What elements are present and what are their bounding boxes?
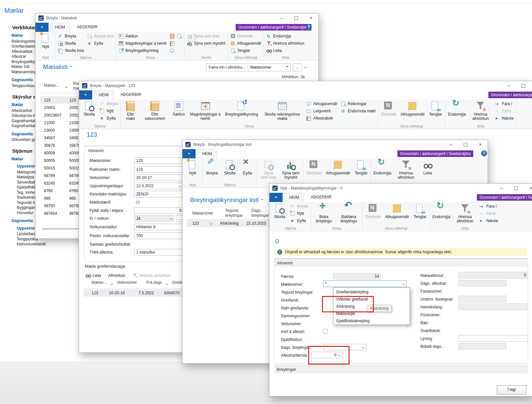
ribbon-reikningar-button[interactable]: Reikningar xyxy=(340,101,376,107)
card-icon[interactable] xyxy=(170,41,175,46)
maelanumer-field[interactable]: 123 xyxy=(134,157,183,164)
column-header[interactable]: Mælanúmer xyxy=(192,211,213,215)
er-i-notkun-field[interactable]: Já xyxy=(134,215,174,222)
sidebar-item[interactable]: Þjónustuveitandi xyxy=(17,242,80,247)
filter-chevron-icon[interactable] xyxy=(165,282,168,285)
ribbon-nytt-button[interactable]: Nýtt xyxy=(289,210,309,217)
column-header[interactable]: breytingar xyxy=(225,213,243,218)
close-button[interactable]: ✕ xyxy=(531,81,532,90)
ribbon-athugasemdir-button[interactable]: Athugasemdir xyxy=(306,101,338,107)
maximize-button[interactable] xyxy=(509,184,523,193)
uppsetningardagur-field[interactable]: 12.5.2022 xyxy=(134,183,183,189)
chevron-down-icon[interactable] xyxy=(402,282,405,285)
titlebar[interactable]: Breyta - Breytingatilkynningar listi ✕ xyxy=(182,140,488,149)
filter-chevron-icon[interactable] xyxy=(110,282,113,285)
help-icon[interactable]: ? xyxy=(306,24,312,30)
ribbon-athugasemdir-button[interactable]: Athugasemdir xyxy=(399,100,426,117)
ribbon-skoda-button[interactable]: Skoða xyxy=(57,40,85,47)
minimize-button[interactable] xyxy=(443,140,458,149)
ribbon-tenglar-button[interactable]: Tenglar xyxy=(428,100,443,117)
fasttab-title[interactable]: Almennt xyxy=(277,260,293,265)
column-header[interactable]: Mælan... xyxy=(44,83,59,88)
part-row[interactable]: 123 20-20-19 7.5.2022 6304070 xyxy=(84,289,189,297)
ribbon-skoda-button[interactable]: Skoða xyxy=(222,159,238,176)
ribbon-boka-breytingu-button[interactable]: Bóka breytingu xyxy=(313,203,335,224)
ribbon-aflestrabok-button[interactable]: Aflestrabók xyxy=(306,115,338,122)
ribbon-hreinsa-afmorkun-button[interactable]: Hreinsa afmörkun xyxy=(394,159,418,180)
maelisstaerd-value[interactable]: 20 xyxy=(136,200,140,205)
ribbon-leita-button[interactable]: Leita xyxy=(420,159,436,176)
list-page-title[interactable]: Mælalisti xyxy=(43,63,72,71)
ribbon-skoda-reikningslinur-button[interactable]: Skoða reikningslínur mæla xyxy=(261,100,304,122)
ribbon-bakfaera-breytingu-button[interactable]: Bakfæra breytingu xyxy=(337,203,361,224)
column-header[interactable]: breytingar xyxy=(251,213,269,218)
filter-box[interactable]: Færa inn í afmörku... Mælanúmer xyxy=(206,63,291,71)
filter-column-select[interactable]: Mælanúmer xyxy=(248,65,273,70)
dropdown-arrow-icon[interactable] xyxy=(286,66,288,69)
ok-button[interactable]: Í lagi xyxy=(497,385,526,394)
ribbon-nytt-button[interactable]: Nýtt xyxy=(99,108,119,114)
ribbon-tenglar-button[interactable]: Tenglar xyxy=(412,203,428,220)
maximize-button[interactable] xyxy=(289,13,304,23)
column-header[interactable]: Veitunúmer xyxy=(117,280,137,285)
close-button[interactable]: ✕ xyxy=(523,184,532,193)
ribbon-hreinsa-afmorkun-button[interactable]: Hreinsa afmörkun xyxy=(453,203,477,224)
ribbon-naesta-button[interactable]: Næsta xyxy=(494,115,514,122)
ribbon-eyda-button[interactable]: Eyða xyxy=(289,217,309,224)
kennitakn-field[interactable]: ZEN20 xyxy=(134,191,183,197)
ribbon-breytingatilkynning-button[interactable]: Breytingatilkynning xyxy=(118,47,167,54)
minimize-button[interactable] xyxy=(274,13,289,23)
ribbon-athugasemdir-button[interactable]: Athugasemdir xyxy=(230,40,262,47)
ribbon-athugasemdir-button[interactable]: Athugasemdir xyxy=(325,159,351,176)
ribbon-eftir-maeli-button[interactable]: Eftir mæli xyxy=(122,100,139,122)
ribbon-magnbreytingar-button[interactable]: Magnbreytingar á hemli xyxy=(118,40,167,47)
ribbon-fara-i-button[interactable]: Fara í xyxy=(494,101,514,107)
maximize-button[interactable] xyxy=(458,140,473,149)
sort-asc-icon[interactable] xyxy=(65,85,68,88)
ribbon-leita-button[interactable]: Leita xyxy=(266,47,305,54)
chevron-down-icon[interactable] xyxy=(170,217,173,220)
apply-filter-button[interactable]: → xyxy=(293,63,302,71)
close-button[interactable]: ✕ xyxy=(473,140,488,149)
ribbon-tenglar-button[interactable]: Tenglar xyxy=(230,47,262,54)
ribbon-syna-sem-myndrit-button[interactable]: Sýna sem myndrit xyxy=(280,159,302,180)
ribbon-fara-i-button[interactable]: Fara í xyxy=(479,203,499,210)
ribbon-aaetlun-button[interactable]: Áætlun xyxy=(118,33,167,39)
expand-header-icon[interactable] xyxy=(304,66,307,68)
comment-icon[interactable] xyxy=(170,48,175,53)
tab-heim[interactable]: HEIM xyxy=(50,23,70,32)
maelanumer-combo[interactable]: * xyxy=(323,281,407,287)
column-header[interactable]: Dags. xyxy=(251,208,262,213)
minimize-button[interactable] xyxy=(494,184,509,193)
thorf-a-aflestri-checkbox[interactable] xyxy=(323,329,328,334)
filter-input[interactable]: Færa inn í afmörku... xyxy=(206,65,247,70)
column-header[interactable]: Mælan... xyxy=(92,280,107,285)
radnumer-field[interactable]: 123 xyxy=(134,166,183,173)
ribbon-athugasemdir-button[interactable]: Athugasemdir xyxy=(384,203,410,220)
ribbon-endurnyja-button[interactable]: Endurnýja xyxy=(372,159,392,176)
tab-heim[interactable]: HEIM xyxy=(94,90,114,100)
app-menu-button[interactable] xyxy=(79,90,92,100)
ribbon-aaetlun-button[interactable]: Áætlun xyxy=(171,100,187,117)
titlebar[interactable]: Nýtt - Mælabreytingatilkynningar - 0 ✕ xyxy=(269,184,532,193)
tab-heim[interactable]: HEIM xyxy=(284,193,304,202)
lysing-field[interactable] xyxy=(458,335,528,342)
tab-adgerdir[interactable]: AÐGERÐIR xyxy=(306,193,336,202)
ribbon-eftir-veitunumeri-button[interactable]: Eftir veitunúmeri xyxy=(141,100,169,122)
ribbon-hreinsa-afmorkun-button[interactable]: Hreinsa afmörkun xyxy=(469,100,492,122)
part-afmorkun-button[interactable]: Afmörkun xyxy=(108,272,126,279)
resize-grip[interactable]: ◢ xyxy=(399,324,409,328)
tidni-aflestra-field[interactable]: 1 mánuður xyxy=(134,249,183,256)
minimize-button[interactable] xyxy=(501,81,516,90)
help-icon[interactable]: ? xyxy=(481,150,487,156)
chevron-down-icon[interactable] xyxy=(179,185,181,187)
ribbon-tenglar-button[interactable]: Tenglar xyxy=(353,159,369,176)
ribbon-breyta-button[interactable]: Breyta xyxy=(204,159,220,176)
ribbon-breyta-button[interactable]: Breyta xyxy=(57,33,85,39)
mail-report-icon[interactable] xyxy=(177,34,182,39)
titlebar[interactable]: Breyta - Mælalisti ✕ xyxy=(35,13,318,23)
veitunumer-field[interactable]: 20-20-17 xyxy=(134,174,183,181)
app-menu-button[interactable] xyxy=(269,193,283,202)
ribbon-endurnyja-button[interactable]: Endurnýja xyxy=(447,100,467,117)
section-breytingar[interactable]: Breytingar xyxy=(274,365,528,373)
